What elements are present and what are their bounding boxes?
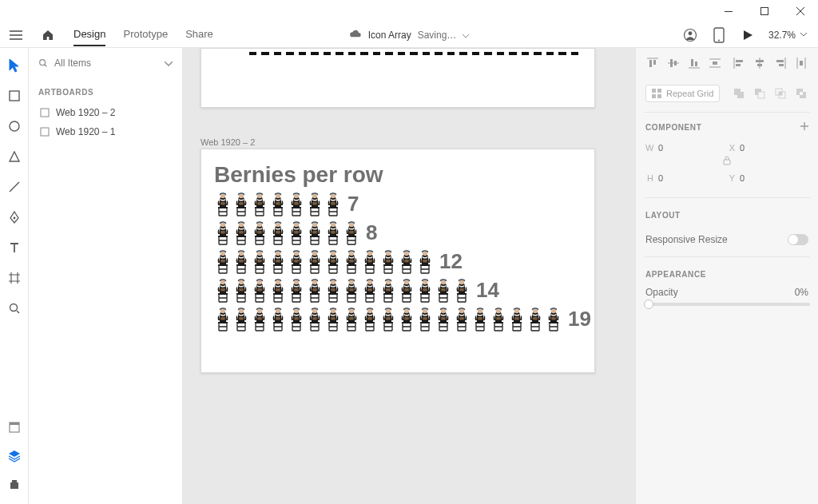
dash-icon [571, 52, 578, 55]
align-bottom-icon[interactable] [687, 56, 701, 70]
dash-icon [360, 52, 367, 55]
tab-prototype[interactable]: Prototype [123, 23, 168, 46]
artboard-label[interactable]: Web 1920 – 2 [201, 137, 255, 147]
assets-panel-icon[interactable] [6, 419, 22, 435]
svg-rect-41 [779, 92, 782, 95]
person-icon [269, 248, 287, 274]
line-tool-icon[interactable] [6, 179, 22, 195]
text-tool-icon[interactable] [6, 240, 22, 256]
dash-icon [497, 52, 504, 55]
tab-design[interactable]: Design [73, 23, 105, 46]
alignment-row [644, 54, 810, 80]
svg-point-7 [10, 121, 19, 131]
person-icon [288, 277, 305, 303]
window-close-button[interactable] [782, 0, 818, 22]
artboard-web-1920-1-partial[interactable] [201, 48, 595, 108]
dash-icon [435, 52, 442, 55]
boolean-union-icon[interactable] [732, 86, 746, 101]
svg-rect-6 [10, 91, 19, 101]
pictogram-row-count: 7 [347, 192, 359, 216]
align-right-icon[interactable] [773, 56, 788, 70]
opacity-slider-thumb[interactable] [644, 300, 653, 309]
align-vcenter-icon[interactable] [666, 56, 681, 70]
artboard-list-item[interactable]: Web 1920 – 2 [37, 103, 174, 122]
main-menu-button[interactable] [5, 24, 27, 46]
person-icon [324, 220, 342, 245]
person-icon [324, 306, 342, 331]
transform-section: W0 X0 H0 Y0 [644, 140, 810, 198]
repeat-grid-button[interactable]: Repeat Grid [645, 85, 720, 102]
x-field[interactable]: X0 [727, 140, 808, 156]
dash-icon [410, 52, 417, 55]
person-icon [269, 277, 287, 303]
artboard-list-item[interactable]: Web 1920 – 1 [37, 122, 174, 141]
window-controls [710, 0, 818, 22]
home-button[interactable] [37, 24, 59, 46]
pictogram-row-icons [214, 220, 361, 245]
artboard-tool-icon[interactable] [6, 270, 22, 286]
layers-search[interactable]: All Items [37, 54, 174, 72]
dash-icon [546, 52, 554, 55]
boolean-intersect-icon[interactable] [773, 86, 788, 101]
align-left-icon[interactable] [732, 56, 746, 70]
dash-icon [447, 52, 455, 55]
select-tool-icon[interactable] [6, 58, 22, 73]
chevron-down-icon [800, 33, 807, 37]
responsive-resize-toggle[interactable] [788, 234, 808, 245]
window-maximize-button[interactable] [746, 0, 782, 22]
layers-panel-icon[interactable] [6, 448, 22, 464]
svg-rect-15 [41, 109, 49, 117]
width-field[interactable]: W0 [645, 140, 727, 156]
pictogram-row: 7 [214, 191, 582, 216]
zoom-tool-icon[interactable] [6, 300, 22, 316]
ellipse-tool-icon[interactable] [6, 118, 22, 134]
tool-rail [0, 48, 29, 504]
tab-share[interactable]: Share [185, 23, 213, 46]
layers-search-label: All Items [54, 58, 91, 69]
svg-rect-1 [760, 8, 768, 15]
lock-aspect-icon[interactable] [645, 156, 808, 170]
dash-icon [324, 52, 331, 55]
play-preview-icon[interactable] [740, 27, 756, 43]
align-hcenter-icon[interactable] [752, 56, 767, 70]
artboard-item-label: Web 1920 – 1 [56, 126, 116, 137]
distribute-h-icon[interactable] [794, 56, 808, 70]
profile-icon[interactable] [682, 27, 698, 43]
boolean-subtract-icon[interactable] [752, 86, 767, 101]
rectangle-tool-icon[interactable] [6, 88, 22, 104]
pictogram-row-icons [214, 191, 343, 216]
dash-icon [373, 52, 380, 55]
svg-rect-11 [10, 423, 19, 425]
align-top-icon[interactable] [645, 56, 660, 70]
height-field[interactable]: H0 [645, 170, 727, 186]
device-preview-icon[interactable] [711, 27, 727, 43]
dash-icon [398, 52, 405, 55]
boolean-exclude-icon[interactable] [794, 86, 808, 101]
person-icon [379, 277, 397, 303]
person-icon [453, 306, 471, 331]
plugins-panel-icon[interactable] [6, 477, 22, 493]
person-icon [288, 306, 305, 331]
zoom-control[interactable]: 32.7% [768, 30, 807, 41]
person-icon [288, 220, 305, 245]
pictogram-row-count: 8 [366, 220, 377, 245]
pictogram-row-count: 14 [476, 278, 499, 303]
distribute-v-icon[interactable] [708, 56, 722, 70]
window-minimize-button[interactable] [710, 0, 746, 22]
person-icon [232, 306, 250, 331]
pictogram-row-icons [214, 306, 563, 331]
person-icon [306, 306, 324, 331]
pen-tool-icon[interactable] [6, 209, 22, 225]
svg-rect-26 [756, 60, 764, 62]
pictogram-row-count: 19 [568, 307, 591, 331]
artboard-web-1920-2[interactable]: Bernies per row 78121419 [201, 149, 595, 373]
artboards-section-label: ARTBOARDS [38, 88, 174, 97]
opacity-slider[interactable] [644, 303, 810, 306]
person-icon [269, 220, 287, 245]
polygon-tool-icon[interactable] [6, 149, 22, 165]
person-icon [269, 306, 287, 331]
canvas[interactable]: Web 1920 – 2 Bernies per row 78121419 [183, 48, 635, 504]
add-component-icon[interactable] [800, 122, 808, 132]
y-field[interactable]: Y0 [727, 170, 808, 186]
person-icon [232, 277, 250, 303]
